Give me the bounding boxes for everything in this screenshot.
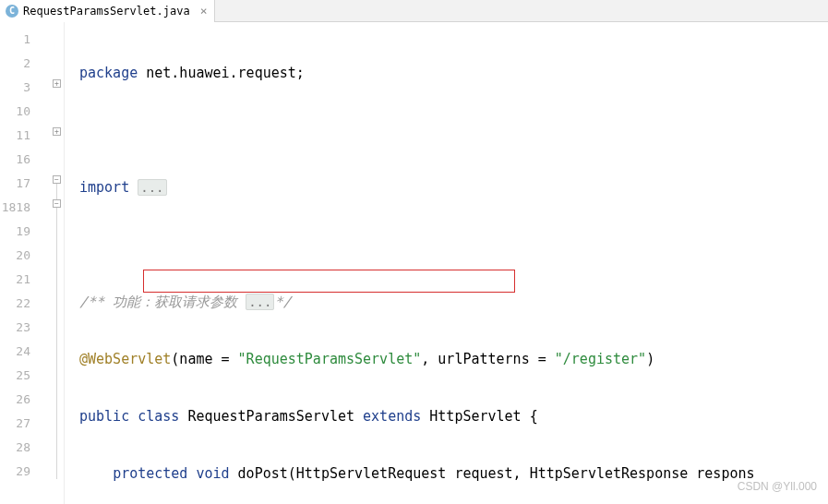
fold-toggle-icon[interactable]: +: [53, 79, 61, 88]
fold-column: + + − −: [51, 22, 64, 504]
editor: 1 2 3 10 11 16 17 1818 19 20 21 22 23 24…: [0, 22, 828, 504]
code-line: public class RequestParamsServlet extend…: [79, 404, 828, 428]
code-line: protected void doPost(HttpServletRequest…: [79, 462, 828, 486]
code-line: import ...: [79, 175, 828, 199]
code-line: [79, 233, 828, 257]
fold-toggle-icon[interactable]: +: [53, 127, 61, 136]
code-line: @WebServlet(name = "RequestParamsServlet…: [79, 347, 828, 371]
code-area[interactable]: package net.huawei.request; import ... /…: [65, 22, 828, 504]
tab-filename: RequestParamsServlet.java: [23, 5, 190, 18]
fold-toggle-icon[interactable]: −: [53, 175, 61, 184]
folded-region[interactable]: ...: [246, 294, 274, 310]
code-line: package net.huawei.request;: [79, 61, 828, 85]
java-class-icon: C: [6, 5, 18, 18]
folded-region[interactable]: ...: [138, 179, 166, 196]
fold-toggle-icon[interactable]: −: [53, 199, 61, 208]
code-line: /** 功能：获取请求参数 ...*/: [79, 290, 828, 314]
watermark: CSDN @Yll.000: [738, 480, 817, 493]
code-line: [79, 118, 828, 142]
gutter: 1 2 3 10 11 16 17 1818 19 20 21 22 23 24…: [0, 22, 65, 504]
close-icon[interactable]: ×: [200, 4, 208, 18]
file-tab[interactable]: C RequestParamsServlet.java ×: [0, 0, 215, 22]
tab-bar: C RequestParamsServlet.java ×: [0, 0, 828, 22]
